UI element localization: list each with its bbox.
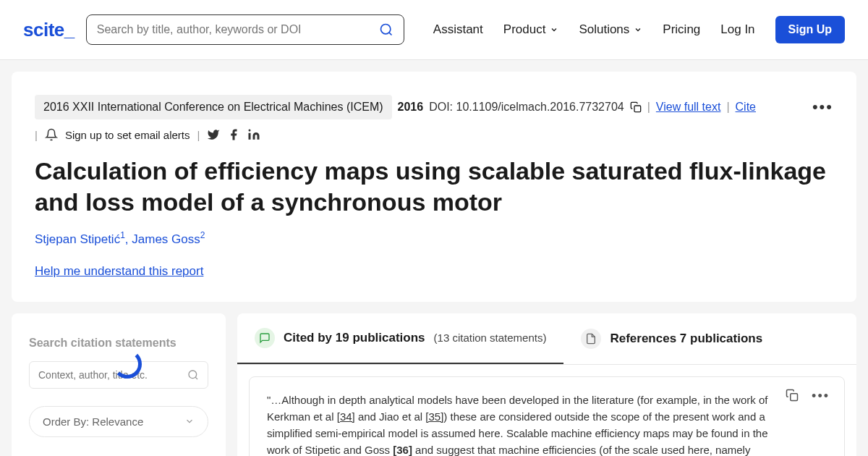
author-affiliation: 2 xyxy=(200,230,205,240)
paper-card: ••• 2016 XXII International Conference o… xyxy=(12,72,856,302)
citation-text: "…Although in depth analytical models ha… xyxy=(267,392,827,456)
twitter-icon[interactable] xyxy=(207,128,220,141)
paper-title: Calculation of efficiency maps using sca… xyxy=(35,156,833,217)
nav-assistant[interactable]: Assistant xyxy=(433,22,483,37)
svg-point-4 xyxy=(249,130,251,132)
cite-link[interactable]: Cite xyxy=(736,101,756,114)
svg-line-1 xyxy=(389,33,392,35)
svg-rect-3 xyxy=(249,133,251,140)
svg-line-6 xyxy=(195,377,197,379)
separator: | xyxy=(197,129,200,141)
separator: | xyxy=(35,129,38,141)
ref-highlight[interactable]: [36] xyxy=(393,444,412,456)
svg-rect-7 xyxy=(791,393,798,400)
sidebar: Search citation statements Order By: Rel… xyxy=(12,313,226,456)
nav-product-label: Product xyxy=(503,22,546,37)
publication-year: 2016 xyxy=(398,101,424,114)
loading-spinner xyxy=(113,350,142,379)
search-input[interactable] xyxy=(97,23,372,36)
main-panel: Cited by 19 publications (13 citation st… xyxy=(237,313,856,456)
help-understand-link[interactable]: Help me understand this report xyxy=(35,264,203,278)
tab-cited-sub: (13 citation statements) xyxy=(434,332,547,344)
nav-solutions-label: Solutions xyxy=(579,22,629,37)
ref-link[interactable]: [35] xyxy=(425,410,443,423)
nav-product[interactable]: Product xyxy=(503,22,559,37)
nav-solutions[interactable]: Solutions xyxy=(579,22,642,37)
signup-button[interactable]: Sign Up xyxy=(775,16,845,43)
logo[interactable]: scite_ xyxy=(23,19,75,41)
conference-badge[interactable]: 2016 XXII International Conference on El… xyxy=(35,95,392,119)
separator: | xyxy=(726,101,729,114)
ref-link[interactable]: [34] xyxy=(337,410,355,423)
nav-login[interactable]: Log In xyxy=(720,22,754,37)
tab-cited-by[interactable]: Cited by 19 publications (13 citation st… xyxy=(237,313,563,364)
chevron-down-icon xyxy=(184,416,195,426)
copy-doi-icon[interactable] xyxy=(630,101,642,113)
citation-icon xyxy=(255,328,275,348)
sidebar-title: Search citation statements xyxy=(29,337,208,350)
copy-citation-icon[interactable] xyxy=(786,389,799,402)
citation-statement: ••• "…Although in depth analytical model… xyxy=(249,376,845,456)
author-link[interactable]: Stjepan Stipetić xyxy=(35,232,120,246)
svg-point-5 xyxy=(189,371,197,379)
bell-icon[interactable] xyxy=(45,128,58,141)
citation-more-icon[interactable]: ••• xyxy=(812,389,830,404)
chevron-down-icon xyxy=(634,25,642,34)
view-full-text-link[interactable]: View full text xyxy=(656,101,721,114)
tab-references[interactable]: References 7 publications xyxy=(563,313,780,364)
email-alert-text[interactable]: Sign up to set email alerts xyxy=(65,129,190,141)
author-affiliation: 1 xyxy=(120,230,125,240)
authors: Stjepan Stipetić1, James Goss2 xyxy=(35,230,833,247)
references-icon xyxy=(581,329,601,349)
nav-pricing[interactable]: Pricing xyxy=(663,22,700,37)
facebook-icon[interactable] xyxy=(227,128,240,141)
svg-rect-2 xyxy=(634,106,641,112)
tab-cited-label: Cited by 19 publications xyxy=(284,331,425,345)
more-menu-icon[interactable]: ••• xyxy=(812,98,833,117)
search-icon[interactable] xyxy=(187,369,199,381)
orderby-dropdown[interactable]: Order By: Relevance xyxy=(29,406,208,437)
search-icon[interactable] xyxy=(379,22,393,37)
search-bar[interactable] xyxy=(86,14,404,45)
tab-references-label: References 7 publications xyxy=(610,332,762,346)
linkedin-icon[interactable] xyxy=(247,128,260,141)
sidebar-search-input[interactable] xyxy=(38,369,187,381)
orderby-label: Order By: Relevance xyxy=(43,415,143,428)
chevron-down-icon xyxy=(550,25,558,34)
svg-point-0 xyxy=(380,25,390,34)
doi-label: DOI: 10.1109/icelmach.2016.7732704 xyxy=(429,101,624,114)
separator: | xyxy=(647,101,650,114)
author-link[interactable]: James Goss xyxy=(132,232,200,246)
